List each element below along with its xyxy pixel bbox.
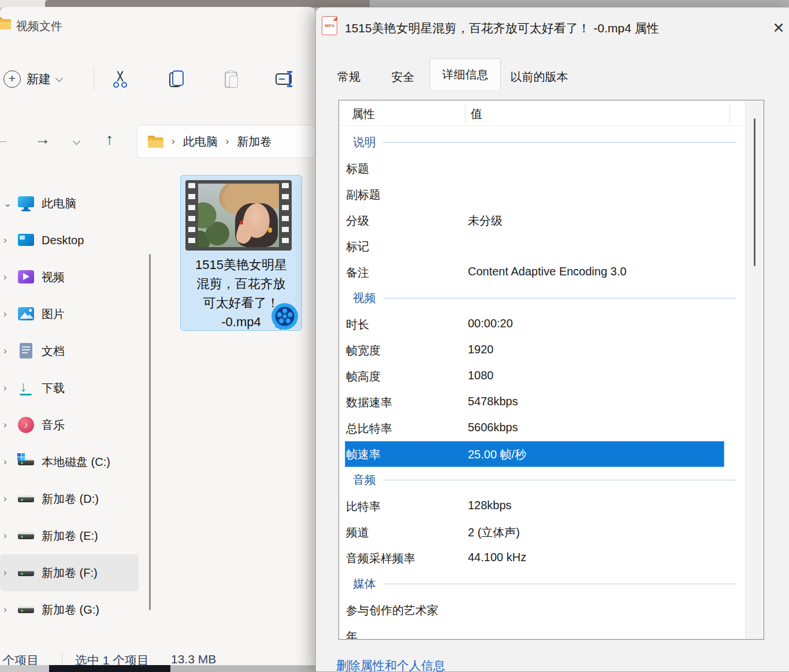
chevron-right-icon[interactable]: › (3, 345, 13, 357)
video-folder-icon (17, 268, 35, 286)
cut-button[interactable] (107, 66, 133, 92)
drive-icon (17, 527, 35, 544)
property-row[interactable]: 副标题 (345, 181, 738, 207)
property-row[interactable]: 标题 (345, 155, 738, 181)
property-group-header[interactable]: 说明 (345, 129, 738, 155)
rename-icon (276, 71, 295, 87)
property-row[interactable]: 分级未分级 (345, 207, 738, 233)
property-row[interactable]: 参与创作的艺术家 (345, 597, 738, 623)
chevron-right-icon[interactable]: › (3, 271, 13, 283)
property-value: 128kbps (468, 499, 512, 512)
property-label: 标记 (346, 239, 369, 255)
breadcrumb-item[interactable]: 此电脑 (183, 134, 218, 150)
column-header-value[interactable]: 值 (471, 106, 482, 122)
address-bar[interactable]: ›此电脑›新加卷 (137, 125, 315, 158)
property-row[interactable]: 比特率128kbps (345, 493, 738, 519)
file-name-line: 混剪，百花齐放 (181, 274, 302, 293)
background-window-strip (370, 0, 789, 7)
dialog-tab[interactable]: 以前的版本 (501, 64, 578, 90)
file-name-line: 可太好看了！ (181, 293, 302, 312)
sidebar-item[interactable]: ›新加卷 (E:) (0, 517, 151, 554)
sidebar-item[interactable]: ⌄此电脑 (0, 185, 151, 222)
music-folder-icon: ♪ (17, 416, 35, 434)
chevron-right-icon[interactable]: › (3, 493, 13, 505)
column-divider[interactable] (465, 103, 466, 123)
table-scrollbar-thumb[interactable] (754, 118, 755, 266)
sidebar-item[interactable]: ›新加卷 (G:) (0, 591, 151, 628)
paste-button[interactable] (219, 66, 245, 92)
property-group-header[interactable]: 视频 (345, 285, 738, 311)
chevron-right-icon[interactable]: › (3, 382, 13, 394)
dialog-titlebar: MP4 1515美艳女明星混剪，百花齐放可太好看了！ -0.mp4 属性 ✕ (316, 8, 789, 48)
chevron-down-icon[interactable]: ⌄ (3, 197, 13, 210)
sidebar-item[interactable]: ›本地磁盘 (C:) (0, 443, 151, 480)
property-group-header[interactable]: 媒体 (345, 571, 738, 597)
rename-button[interactable] (273, 66, 298, 92)
remove-properties-link[interactable]: 删除属性和个人信息 (336, 658, 445, 672)
group-rule (383, 142, 736, 143)
back-button[interactable]: ← (0, 130, 10, 148)
video-file-item[interactable]: 1515美艳女明星混剪，百花齐放可太好看了！-0.mp4 (180, 175, 302, 331)
column-divider[interactable] (730, 103, 730, 123)
sidebar-item-label: 新加卷 (G:) (42, 602, 99, 618)
breadcrumb-item[interactable]: 新加卷 (237, 134, 271, 150)
sidebar-item[interactable]: ›♪音乐 (0, 406, 151, 443)
close-button[interactable]: ✕ (768, 17, 789, 39)
new-button[interactable]: + 新建 (3, 65, 84, 94)
sidebar-scrollbar[interactable] (149, 254, 151, 610)
property-label: 数据速率 (346, 395, 392, 410)
explorer-tab-title[interactable]: 视频文件 (16, 18, 62, 34)
group-label: 音频 (353, 472, 376, 488)
sidebar-item[interactable]: ›视频 (0, 259, 151, 296)
property-group-header[interactable]: 音频 (345, 467, 738, 493)
pictures-folder-icon (17, 305, 35, 323)
sidebar-item[interactable]: ›Desktop (0, 222, 151, 259)
property-row[interactable]: 备注Content Adaptive Encoding 3.0 (345, 259, 738, 285)
sidebar-item[interactable]: ›新加卷 (D:) (0, 480, 151, 517)
dialog-tab[interactable]: 详细信息 (430, 58, 501, 90)
up-button[interactable]: ↑ (106, 130, 114, 148)
property-row[interactable]: 总比特率5606kbps (345, 415, 738, 441)
folder-icon (148, 136, 163, 148)
column-header-property[interactable]: 属性 (352, 106, 375, 122)
folder-icon (0, 17, 11, 29)
chevron-right-icon[interactable]: › (3, 604, 13, 615)
property-label: 年 (346, 629, 358, 640)
property-label: 参与创作的艺术家 (346, 603, 438, 618)
property-label: 分级 (346, 213, 369, 229)
property-row[interactable]: 标记 (345, 233, 738, 259)
forward-button[interactable]: → (35, 130, 50, 148)
property-value: 5606kbps (468, 421, 518, 434)
chevron-right-icon[interactable]: › (3, 308, 13, 320)
dialog-tab[interactable]: 安全 (376, 64, 430, 90)
property-row[interactable]: 时长00:00:20 (345, 311, 738, 337)
property-row[interactable]: 音频采样频率44.100 kHz (345, 545, 738, 571)
property-row[interactable]: 数据速率5478kbps (345, 389, 738, 415)
status-divider (62, 654, 62, 665)
dialog-tab[interactable]: 常规 (322, 64, 376, 90)
property-row[interactable]: 帧宽度1920 (345, 337, 738, 363)
sidebar-item[interactable]: ›↓下载 (0, 369, 151, 406)
system-drive-icon (17, 453, 35, 471)
property-row[interactable]: 年 (345, 623, 738, 640)
desktop-icon (17, 232, 35, 249)
sidebar-item[interactable]: ›图片 (0, 296, 151, 333)
chevron-right-icon[interactable]: › (3, 567, 13, 578)
property-row[interactable]: 帧速率25.00 帧/秒 (345, 441, 724, 467)
sidebar-item-label: 新加卷 (E:) (42, 528, 98, 544)
property-row[interactable]: 帧高度1080 (345, 363, 738, 389)
sidebar-item[interactable]: ›新加卷 (F:) (0, 554, 139, 591)
sidebar-item[interactable]: ›文档 (0, 333, 151, 369)
documents-folder-icon (17, 342, 35, 360)
chevron-right-icon[interactable]: › (3, 234, 13, 246)
property-row[interactable]: 频道2 (立体声) (345, 519, 738, 545)
dialog-title: 1515美艳女明星混剪，百花齐放可太好看了！ -0.mp4 属性 (345, 20, 659, 36)
chevron-right-icon[interactable]: › (3, 456, 13, 468)
chevron-right-icon[interactable]: › (3, 419, 13, 431)
copy-button[interactable] (164, 66, 189, 92)
chevron-right-icon[interactable]: › (3, 530, 13, 542)
table-scrollbar[interactable] (745, 100, 764, 639)
recent-locations-chevron-icon[interactable] (73, 137, 80, 145)
property-label: 音频采样频率 (346, 551, 415, 566)
drive-icon (17, 601, 35, 618)
